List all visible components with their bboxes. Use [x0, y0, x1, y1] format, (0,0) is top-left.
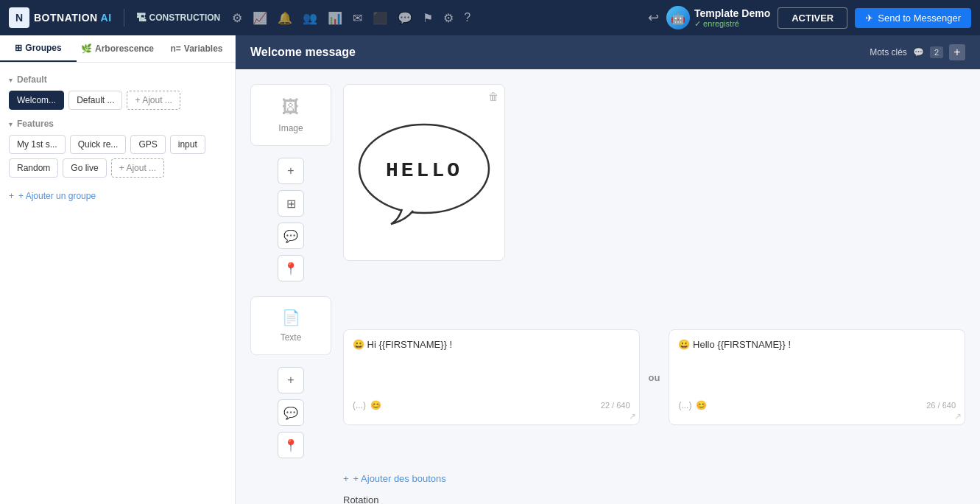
gear-icon[interactable]: ⚙ [443, 11, 454, 25]
groupes-icon: ⊞ [15, 43, 22, 53]
add-buttons-label: + Ajouter des boutons [353, 473, 446, 484]
default-group-items: Welcom... Default ... + Ajout ... [9, 91, 226, 110]
flag-icon[interactable]: ⚑ [423, 11, 433, 25]
svg-text:HELLO: HELLO [386, 159, 462, 182]
template-info: Template Demo ✓ enregistré [694, 7, 770, 29]
sidebar-item-default[interactable]: Default ... [68, 91, 122, 110]
plus-icon: + [9, 191, 14, 201]
speech-bubble-icon: 💬 [913, 47, 924, 57]
group-header-features: ▾ Features [9, 119, 226, 129]
layers-icon[interactable]: ⬛ [373, 11, 387, 25]
logo-letter: N [15, 12, 23, 24]
texte-card[interactable]: 📄 Texte [250, 296, 331, 355]
messenger-icon: ✈ [865, 13, 873, 24]
send-button-label: Send to Messenger [878, 13, 961, 24]
construction-label[interactable]: 🏗 CONSTRUCTION [136, 12, 221, 24]
activer-button[interactable]: ACTIVER [778, 7, 847, 29]
page-title: Welcome message [250, 46, 356, 59]
image-card-label: Image [278, 123, 303, 133]
brand-ai: AI [98, 12, 112, 24]
sidebar-item-my1st[interactable]: My 1st s... [9, 135, 66, 154]
message-count-2: 26 / 640 [926, 401, 956, 410]
add-buttons-row[interactable]: + + Ajouter des boutons [343, 473, 965, 484]
emoji-bar-1: (...) 😊 [353, 400, 381, 410]
logo-area: N BOTNATION AI [9, 7, 112, 28]
image-section: 🖼 Image + ⊞ 💬 📍 🗑 [250, 84, 965, 281]
stats-icon[interactable]: 📊 [328, 11, 342, 25]
hello-bubble: HELLO [350, 113, 498, 231]
sidebar-item-quickre[interactable]: Quick re... [70, 135, 127, 154]
hello-svg: HELLO [350, 113, 498, 231]
settings-icon[interactable]: ⚙ [232, 11, 242, 25]
bell-icon[interactable]: 🔔 [278, 11, 292, 25]
pin-button[interactable]: 📍 [278, 255, 304, 281]
template-saved: ✓ enregistré [694, 19, 770, 29]
arborescence-label: Arborescence [95, 43, 154, 54]
placeholder-text-2: (...) [678, 400, 691, 410]
tab-groupes[interactable]: ⊞ Groupes [0, 35, 77, 62]
sidebar-content: ▾ Default Welcom... Default ... + Ajout … [0, 63, 235, 214]
users-icon[interactable]: 👥 [303, 11, 317, 25]
group-name-default: Default [17, 74, 47, 85]
help-icon[interactable]: ? [464, 11, 470, 24]
resize-handle-2[interactable]: ↗ [954, 411, 962, 421]
nav-right: ↩ 🤖 Template Demo ✓ enregistré ACTIVER ✈… [648, 6, 971, 29]
message-footer-2: (...) 😊 26 / 640 [678, 400, 956, 410]
sidebar-item-input[interactable]: input [170, 135, 205, 154]
bottom-actions: + + Ajouter des boutons Rotation Linéair… [343, 473, 965, 504]
bot-avatar: 🤖 [666, 6, 690, 29]
text-messages-row: 😀 Hi {{FIRSTNAME}} ! ↗ (...) 😊 22 / 640 … [343, 296, 965, 458]
add-group-button[interactable]: + + Ajouter un groupe [9, 186, 226, 206]
text-chat-button[interactable]: 💬 [278, 399, 304, 426]
collapse-arrow-default[interactable]: ▾ [9, 76, 13, 84]
tab-variables[interactable]: n= Variables [158, 35, 235, 62]
tab-arborescence[interactable]: 🌿 Arborescence [77, 35, 158, 62]
add-mots-cles-button[interactable]: + [949, 44, 965, 60]
add-buttons-icon: + [343, 473, 349, 484]
undo-icon[interactable]: ↩ [648, 10, 659, 26]
page-header: Welcome message Mots clés 💬 2 + [236, 35, 980, 69]
delete-icon[interactable]: 🗑 [488, 91, 498, 102]
add-block-button[interactable]: + [278, 158, 304, 184]
text-message-box-1: 😀 Hi {{FIRSTNAME}} ! ↗ (...) 😊 22 / 640 [343, 329, 640, 425]
chat-button[interactable]: 💬 [278, 223, 304, 249]
group-name-features: Features [17, 119, 54, 129]
message-text-2[interactable]: 😀 Hello {{FIRSTNAME}} ! [678, 339, 956, 350]
emoji-icon-2[interactable]: 😊 [696, 400, 707, 410]
message-text-1[interactable]: 😀 Hi {{FIRSTNAME}} ! [353, 339, 630, 350]
variables-icon: n= [170, 43, 180, 54]
emoji-icon-1[interactable]: 😊 [370, 400, 381, 410]
add-item-features[interactable]: + Ajout ... [111, 158, 164, 178]
image-card-icon: 🖼 [282, 97, 300, 117]
ou-divider: ou [649, 372, 660, 383]
gallery-button[interactable]: ⊞ [278, 190, 304, 217]
message-icon[interactable]: ✉ [353, 11, 362, 25]
add-text-block-button[interactable]: + [278, 367, 304, 393]
template-name: Template Demo [694, 7, 770, 19]
text-section: 📄 Texte + 💬 📍 😀 Hi {{FIRSTNAME}} ! ↗ [250, 296, 965, 458]
sidebar: ⊞ Groupes 🌿 Arborescence n= Variables ▾ … [0, 35, 236, 504]
add-item-default[interactable]: + Ajout ... [127, 91, 180, 110]
image-card-column: 🖼 Image + ⊞ 💬 📍 [250, 84, 331, 281]
sidebar-item-random[interactable]: Random [9, 158, 58, 178]
hello-message-block: 🗑 HELLO [343, 84, 505, 261]
send-to-messenger-button[interactable]: ✈ Send to Messenger [855, 8, 971, 28]
sidebar-item-golive[interactable]: Go live [63, 158, 106, 178]
mots-cles-label: Mots clés [870, 47, 907, 57]
chart-icon[interactable]: 📈 [253, 11, 267, 25]
sidebar-tabs: ⊞ Groupes 🌿 Arborescence n= Variables [0, 35, 235, 63]
sidebar-item-gps[interactable]: GPS [130, 135, 165, 154]
text-pin-button[interactable]: 📍 [278, 432, 304, 458]
groupes-label: Groupes [25, 43, 61, 53]
hello-message-container: 🗑 HELLO [343, 84, 505, 281]
collapse-arrow-features[interactable]: ▾ [9, 120, 13, 128]
rotation-section: Rotation Linéaire Aléatoire [343, 494, 965, 504]
speech-icon[interactable]: 💬 [398, 11, 412, 25]
emoji-bar-2: (...) 😊 [678, 400, 707, 410]
resize-handle-1[interactable]: ↗ [629, 411, 636, 421]
rotation-label: Rotation [343, 494, 965, 504]
image-card[interactable]: 🖼 Image [250, 84, 331, 146]
template-demo-area: 🤖 Template Demo ✓ enregistré [666, 6, 770, 29]
text-message-box-2: 😀 Hello {{FIRSTNAME}} ! ↗ (...) 😊 26 / 6… [669, 329, 965, 425]
sidebar-item-welcome[interactable]: Welcom... [9, 91, 64, 110]
